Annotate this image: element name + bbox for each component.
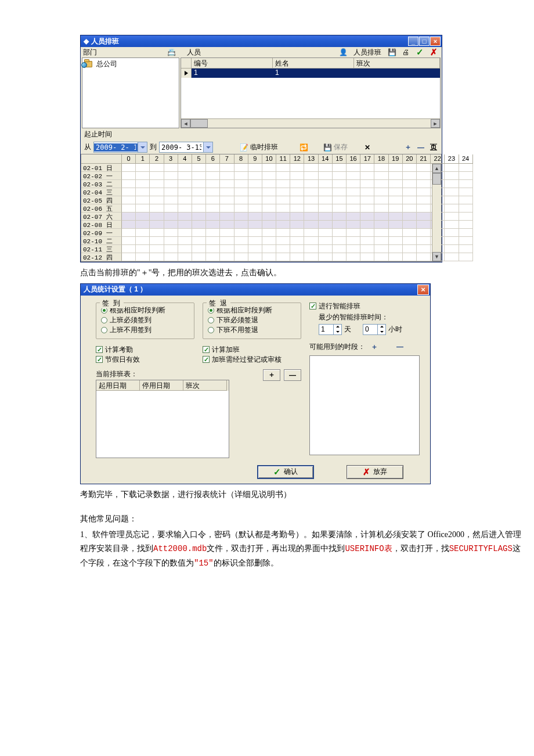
schedule-cell[interactable] — [333, 172, 347, 180]
schedule-cell[interactable] — [374, 213, 388, 221]
schedule-cell[interactable] — [417, 237, 431, 245]
schedule-cell[interactable] — [459, 229, 473, 237]
schedule-row[interactable]: 02-01 日 — [81, 164, 441, 172]
temp-schedule-button[interactable]: 📝 临时排班 — [237, 142, 280, 153]
schedule-cell[interactable] — [374, 229, 388, 237]
dept-edit-icon[interactable]: 📇 — [167, 48, 176, 57]
schedule-row[interactable]: 02-07 六 — [81, 213, 441, 221]
schedule-cell[interactable] — [136, 188, 150, 196]
schedule-cell[interactable] — [248, 204, 262, 213]
schedule-cell[interactable] — [319, 253, 333, 261]
signin-radio-3[interactable]: 上班不用签到 — [101, 325, 189, 335]
schedule-cell[interactable] — [319, 245, 333, 253]
schedule-cell[interactable] — [248, 164, 262, 172]
schedule-cell[interactable] — [136, 180, 150, 188]
schedule-cell[interactable] — [319, 180, 333, 188]
schedule-cell[interactable] — [150, 213, 164, 221]
schedule-cell[interactable] — [122, 204, 136, 213]
schedule-cell[interactable] — [220, 213, 234, 221]
schedule-row[interactable]: 02-06 五 — [81, 204, 441, 213]
schedule-cell[interactable] — [360, 229, 374, 237]
schedule-cell[interactable] — [319, 196, 333, 204]
schedule-cell[interactable] — [360, 180, 374, 188]
schedule-cell[interactable] — [262, 213, 276, 221]
schedule-cell[interactable] — [192, 196, 206, 204]
schedule-cell[interactable] — [136, 237, 150, 245]
schedule-cell[interactable] — [164, 188, 178, 196]
schedule-cell[interactable] — [374, 245, 388, 253]
ot-reg-check[interactable]: 加班需经过登记或审核 — [203, 355, 301, 365]
schedule-cell[interactable] — [262, 204, 276, 213]
schedule-cell[interactable] — [262, 253, 276, 261]
schedule-row[interactable]: 02-11 三 — [81, 245, 441, 253]
schedule-cell[interactable] — [206, 221, 220, 229]
apply-icon[interactable]: ✓ — [415, 48, 424, 57]
schedule-cell[interactable] — [403, 164, 417, 172]
schedule-cell[interactable] — [445, 253, 459, 261]
dept-tree[interactable]: 总公司 — [82, 57, 179, 128]
schedule-cell[interactable] — [304, 213, 318, 221]
schedule-cell[interactable] — [164, 213, 178, 221]
schedule-cell[interactable] — [459, 253, 473, 261]
schedule-cell[interactable] — [122, 180, 136, 188]
schedule-row[interactable]: 02-03 二 — [81, 180, 441, 188]
schedule-cell[interactable] — [234, 245, 248, 253]
schedule-cell[interactable] — [333, 245, 347, 253]
schedule-cell[interactable] — [220, 180, 234, 188]
schedule-cell[interactable] — [304, 253, 318, 261]
signout-radio-2[interactable]: 下班必须签退 — [208, 315, 296, 325]
refresh-icon[interactable]: 🔁 — [299, 143, 308, 152]
schedule-cell[interactable] — [262, 229, 276, 237]
schedule-cell[interactable] — [445, 237, 459, 245]
schedule-cell[interactable] — [403, 229, 417, 237]
schedule-cell[interactable] — [403, 188, 417, 196]
schedule-cell[interactable] — [234, 172, 248, 180]
schedule-cell[interactable] — [290, 188, 304, 196]
schedule-cell[interactable] — [122, 188, 136, 196]
schedule-cell[interactable] — [445, 221, 459, 229]
save-button[interactable]: 💾 保存 — [321, 142, 350, 153]
schedule-cell[interactable] — [417, 253, 431, 261]
schedule-cell[interactable] — [192, 213, 206, 221]
remove-row-button[interactable]: — — [284, 369, 301, 381]
schedule-row[interactable]: 02-04 三 — [81, 188, 441, 196]
holiday-check[interactable]: 节假日有效 — [96, 355, 194, 365]
schedule-cell[interactable] — [403, 253, 417, 261]
schedule-cell[interactable] — [122, 237, 136, 245]
schedule-cell[interactable] — [150, 188, 164, 196]
schedule-cell[interactable] — [319, 213, 333, 221]
schedule-cell[interactable] — [122, 172, 136, 180]
schedule-cell[interactable] — [389, 196, 403, 204]
schedule-cell[interactable] — [445, 180, 459, 188]
schedule-cell[interactable] — [417, 213, 431, 221]
schedule-cell[interactable] — [403, 172, 417, 180]
schedule-cell[interactable] — [164, 221, 178, 229]
schedule-cell[interactable] — [122, 196, 136, 204]
schedule-cell[interactable] — [276, 245, 290, 253]
schedule-cell[interactable] — [206, 164, 220, 172]
schedule-cell[interactable] — [122, 245, 136, 253]
schedule-cell[interactable] — [178, 221, 192, 229]
schedule-cell[interactable] — [403, 213, 417, 221]
schedule-cell[interactable] — [248, 229, 262, 237]
schedule-cell[interactable] — [220, 245, 234, 253]
schedule-cell[interactable] — [290, 164, 304, 172]
schedule-cell[interactable] — [206, 180, 220, 188]
schedule-cell[interactable] — [248, 213, 262, 221]
schedule-cell[interactable] — [234, 237, 248, 245]
schedule-cell[interactable] — [136, 245, 150, 253]
schedule-cell[interactable] — [417, 180, 431, 188]
schedule-cell[interactable] — [234, 253, 248, 261]
schedule-cell[interactable] — [374, 253, 388, 261]
scroll-thumb[interactable] — [190, 119, 208, 128]
schedule-cell[interactable] — [136, 253, 150, 261]
schedule-cell[interactable] — [136, 196, 150, 204]
schedule-cell[interactable] — [374, 237, 388, 245]
schedule-cell[interactable] — [192, 237, 206, 245]
schedule-cell[interactable] — [178, 237, 192, 245]
schedule-cell[interactable] — [374, 196, 388, 204]
signin-radio-2[interactable]: 上班必须签到 — [101, 315, 189, 325]
schedule-cell[interactable] — [248, 221, 262, 229]
scroll-thumb[interactable] — [432, 173, 441, 185]
schedule-cell[interactable] — [276, 237, 290, 245]
